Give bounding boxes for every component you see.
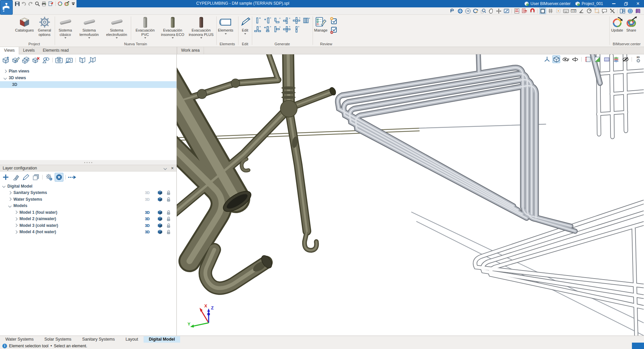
zoom-window-icon[interactable] xyxy=(480,8,487,14)
view-visibility-button[interactable] xyxy=(42,56,50,64)
edit-view-button[interactable] xyxy=(11,56,20,64)
split-view-icon[interactable] xyxy=(619,8,626,14)
pan-hand-icon[interactable] xyxy=(488,8,494,14)
tab-water-systems[interactable]: Water Systems xyxy=(0,336,39,343)
selection-window-icon[interactable] xyxy=(593,8,600,14)
section-box-button[interactable] xyxy=(78,56,87,64)
model-cube-icon[interactable] xyxy=(158,216,162,221)
print-button[interactable] xyxy=(41,1,47,7)
isolate-arrow-button[interactable] xyxy=(68,173,76,182)
section-depth-icon[interactable] xyxy=(603,55,610,63)
close-button[interactable]: × xyxy=(632,0,644,7)
general-options-button[interactable]: General options xyxy=(35,15,54,42)
generate-vertical-button[interactable] xyxy=(293,25,301,33)
view-3d-cube-icon[interactable] xyxy=(552,55,560,63)
bim-project-badge[interactable]: Project_001 xyxy=(575,1,603,6)
generate-base-riser-copy-button[interactable] xyxy=(264,25,272,33)
layer-item-model-3[interactable]: Model 3 (cold water) 3D xyxy=(0,222,176,229)
update-button[interactable]: Update xyxy=(610,15,624,42)
angle-icon[interactable] xyxy=(578,8,585,14)
keyboard-input-icon[interactable] xyxy=(562,8,569,14)
app-faucet-icon[interactable] xyxy=(0,0,13,15)
background-settings-icon[interactable] xyxy=(539,8,546,14)
export-button[interactable] xyxy=(48,1,54,7)
snapshot-button[interactable] xyxy=(55,56,63,64)
add-review-check-button[interactable] xyxy=(330,17,338,25)
help-book-icon[interactable] xyxy=(635,8,641,14)
3d-view-options-icon[interactable]: 3D xyxy=(634,55,642,63)
restore-button[interactable] xyxy=(620,0,632,7)
new-view-button[interactable] xyxy=(1,56,10,64)
lock-icon[interactable] xyxy=(166,223,171,228)
dimensions-icon[interactable]: 1.00 xyxy=(570,8,577,14)
work-area-viewport[interactable]: 3D X Z Y xyxy=(177,54,644,336)
dxf-dwg-layers-icon[interactable] xyxy=(521,8,528,14)
generate-level-cross-button[interactable] xyxy=(283,25,291,33)
save-button[interactable] xyxy=(14,1,20,7)
tab-digital-model[interactable]: Digital Model xyxy=(144,336,180,343)
generate-manifold-button[interactable] xyxy=(303,16,311,24)
catalogues-button[interactable]: Catalogues xyxy=(14,15,35,42)
tab-elements-read[interactable]: Elements read xyxy=(39,47,72,54)
duplicate-layer-button[interactable] xyxy=(32,173,40,182)
close-panel-icon[interactable]: × xyxy=(171,165,174,171)
tree-item-3d-views[interactable]: 3D views xyxy=(0,74,176,81)
3d-badge[interactable]: 3D xyxy=(145,230,150,234)
layer-item-model-1[interactable]: Model 1 (foul water) 3D xyxy=(0,209,176,216)
edit-button[interactable]: Edit xyxy=(239,15,252,42)
edit-layer-button[interactable] xyxy=(21,173,30,182)
move-view-icon[interactable] xyxy=(495,8,502,14)
section-fill-icon[interactable] xyxy=(593,55,601,63)
hide-elements-eye-icon[interactable] xyxy=(622,55,629,63)
evacuacion-pvc-button[interactable]: Evacuación PVC xyxy=(131,15,159,42)
duplicate-view-button[interactable] xyxy=(21,56,30,64)
sistema-electrofusion-button[interactable]: Sistema electrofusión xyxy=(103,15,130,42)
object-snap-magnet-icon[interactable] xyxy=(529,8,536,14)
redraw-icon[interactable] xyxy=(449,8,456,14)
tab-levels[interactable]: Levels xyxy=(19,47,39,54)
protractor-icon[interactable] xyxy=(586,8,592,14)
model-cube-icon[interactable] xyxy=(158,223,162,228)
3d-badge-disabled[interactable]: 3D xyxy=(145,191,150,195)
manage-button[interactable]: Manage xyxy=(313,15,329,42)
bim-user-badge[interactable]: User BIMserver.center xyxy=(524,1,571,6)
layer-item-digital-model[interactable]: Digital Model xyxy=(0,183,176,190)
comments-icon[interactable] xyxy=(601,8,608,14)
search-button[interactable] xyxy=(34,1,40,7)
add-layer-button[interactable] xyxy=(1,173,10,182)
axes-icon[interactable] xyxy=(543,55,551,63)
web-globe-icon[interactable] xyxy=(627,8,634,14)
full-screen-icon[interactable] xyxy=(503,8,510,14)
delete-view-button[interactable] xyxy=(32,56,40,64)
redo-button[interactable] xyxy=(28,1,34,7)
sistema-termofusion-button[interactable]: Sistema termofusión xyxy=(75,15,103,42)
orbit-rotate-icon[interactable] xyxy=(571,55,579,63)
3d-badge[interactable]: 3D xyxy=(145,217,150,221)
sistema-clasico-button[interactable]: Sistema clásico xyxy=(55,15,75,42)
tools-icon[interactable] xyxy=(609,8,615,14)
section-box-export-button[interactable] xyxy=(88,56,97,64)
tab-views[interactable]: Views xyxy=(0,47,19,54)
tab-sanitary-systems[interactable]: Sanitary Systems xyxy=(77,336,120,343)
erase-layer-button[interactable] xyxy=(11,173,20,182)
lock-icon[interactable] xyxy=(166,210,171,215)
generate-riser-copy-button[interactable] xyxy=(264,16,272,24)
generate-cross-button[interactable] xyxy=(293,16,301,24)
3d-badge-disabled[interactable]: 3D xyxy=(145,197,150,201)
quick-access-menu-caret[interactable] xyxy=(70,1,76,7)
panel-splitter[interactable] xyxy=(0,160,176,165)
layer-item-model-2[interactable]: Model 2 (rainwater) 3D xyxy=(0,216,176,222)
snapshot-export-button[interactable] xyxy=(65,56,73,64)
model-cube-icon[interactable] xyxy=(158,210,162,215)
generate-riser-button[interactable] xyxy=(254,16,262,24)
model-cube-icon[interactable] xyxy=(158,230,162,234)
generate-branch-button[interactable] xyxy=(273,16,282,24)
collapse-panel-icon[interactable] xyxy=(163,166,167,170)
elements-button[interactable]: Elements xyxy=(217,15,234,42)
layer-item-model-4[interactable]: Model 4 (hot water) 3D xyxy=(0,229,176,236)
lock-icon[interactable] xyxy=(166,216,171,221)
evacuacion-insonora-eco-button[interactable]: Evacuación insonora ECO xyxy=(159,15,186,42)
undo-button[interactable] xyxy=(21,1,27,7)
layer-item-models[interactable]: Models xyxy=(0,203,176,209)
generate-base-riser-button[interactable] xyxy=(254,25,262,33)
